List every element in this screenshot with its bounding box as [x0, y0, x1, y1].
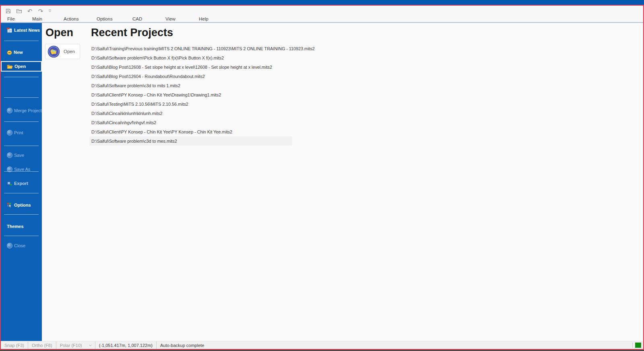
title-bar: [0, 0, 644, 5]
recent-project-item[interactable]: D:\Saiful\Client\PY Konsep - Chin Kit Ye…: [89, 127, 292, 136]
recent-project-item[interactable]: D:\Saiful\Cincai\klnlunh\klnlunh.mits2: [89, 109, 292, 118]
sidebar-separator: [4, 193, 39, 193]
sidebar-separator: [4, 236, 39, 236]
sidebar-item-label: Merge Project: [14, 108, 41, 113]
sidebar-item-themes[interactable]: Themes: [1, 222, 42, 231]
sidebar-item-options[interactable]: Options: [1, 200, 42, 210]
recent-project-item[interactable]: D:\Saiful\Testing\MiTS 2.10.56\MiTS 2.10…: [89, 99, 292, 109]
recent-project-item[interactable]: D:\Saiful\Blog Post\12608 - Set slope he…: [89, 62, 292, 72]
sidebar-item-print: Print: [1, 128, 42, 138]
menu-help[interactable]: Help: [199, 16, 208, 22]
sidebar-item-save-as: Save As: [1, 164, 42, 174]
polar-dropdown[interactable]: [86, 341, 95, 349]
backstage-sidebar: Latest News New: [1, 23, 42, 341]
coordinates-readout: (-1,051.417m, 1,007.122m): [95, 341, 157, 349]
sidebar-item-label: New: [14, 50, 23, 55]
sidebar-item-export[interactable]: Export: [1, 179, 42, 188]
recent-projects-list: D:\Saiful\Training\Previous training\MIT…: [89, 44, 292, 146]
open-folder-icon[interactable]: [15, 7, 23, 14]
save-icon: [7, 152, 12, 158]
new-document-icon: [7, 50, 12, 55]
snap-toggle[interactable]: Snap (F3): [1, 341, 28, 349]
redo-icon[interactable]: ↷: [37, 7, 44, 14]
polar-toggle[interactable]: Polar (F10): [56, 341, 86, 349]
merge-project-icon: [7, 108, 12, 113]
recent-project-item[interactable]: D:\Saiful\Software problem\c3d to mits 1…: [89, 81, 292, 90]
sidebar-item-save: Save: [1, 150, 42, 160]
menu-bar: File Main Actions Options CAD View Help: [1, 16, 643, 23]
print-icon: [7, 130, 12, 135]
sidebar-separator: [4, 41, 39, 41]
sidebar-item-merge-project: Merge Project: [1, 106, 42, 115]
sidebar-separator: [4, 97, 39, 98]
news-icon: [7, 28, 12, 33]
recent-projects-title: Recent Projects: [91, 27, 173, 39]
sidebar-item-label: Latest News: [14, 28, 40, 33]
quick-access-toolbar: ↶ ↷: [1, 6, 643, 16]
sidebar-separator: [4, 146, 39, 146]
sidebar-item-label: Close: [14, 243, 25, 248]
sidebar-separator: [4, 171, 39, 172]
backup-status-indicator: [635, 343, 641, 348]
close-icon: [7, 243, 12, 248]
sidebar-item-label: Export: [14, 181, 28, 186]
recent-project-item[interactable]: D:\Saiful\Blog Post\12604 - Roundabout\R…: [89, 72, 292, 81]
open-button[interactable]: Open: [45, 44, 80, 59]
menu-main[interactable]: Main: [32, 16, 42, 22]
menu-file[interactable]: File: [7, 16, 15, 22]
sidebar-separator: [4, 214, 39, 215]
ortho-toggle[interactable]: Ortho (F8): [28, 341, 56, 349]
sidebar-item-label: Print: [14, 130, 23, 135]
save-icon[interactable]: [4, 7, 12, 14]
sidebar-item-close: Close: [1, 241, 42, 250]
open-page: Open Open Recent Project: [42, 23, 643, 341]
menu-cad[interactable]: CAD: [132, 16, 142, 22]
customize-icon[interactable]: [48, 7, 52, 14]
app-window: ↶ ↷ File Main Actions Options CAD View H…: [0, 0, 644, 351]
recent-project-item[interactable]: D:\Saiful\Cincai\nhgvf\nhgvf.mits2: [89, 118, 292, 127]
sidebar-item-latest-news[interactable]: Latest News: [1, 25, 42, 35]
sidebar-item-label: Themes: [7, 224, 24, 229]
page-title: Open: [45, 27, 73, 39]
sidebar-separator: [4, 121, 39, 122]
undo-icon[interactable]: ↶: [26, 7, 33, 14]
status-bar: Snap (F3) Ortho (F8) Polar (F10) (-1,051…: [1, 341, 643, 349]
open-orb-icon: [47, 45, 60, 58]
backstage-content: Latest News New: [1, 23, 643, 341]
sidebar-separator: [4, 77, 39, 77]
sidebar-item-open[interactable]: Open: [1, 61, 42, 72]
window-frame: ↶ ↷ File Main Actions Options CAD View H…: [0, 5, 644, 350]
recent-project-item[interactable]: D:\Saiful\Training\Previous training\MIT…: [89, 44, 292, 53]
export-icon: [7, 181, 12, 186]
options-icon: [7, 203, 12, 208]
status-end-separator: [632, 343, 633, 348]
menu-actions[interactable]: Actions: [64, 16, 79, 22]
sidebar-item-label: Save: [14, 153, 24, 158]
sidebar-item-label: Options: [14, 203, 31, 207]
open-button-label: Open: [64, 49, 75, 54]
recent-project-item[interactable]: D:\Saiful\Software problem\Pick Button X…: [89, 53, 292, 62]
sidebar-item-new[interactable]: New: [1, 47, 42, 57]
sidebar-item-label: Open: [14, 64, 26, 69]
menu-view[interactable]: View: [165, 16, 175, 22]
open-folder-icon: [7, 64, 13, 69]
menu-options[interactable]: Options: [97, 16, 113, 22]
recent-project-item[interactable]: D:\Saiful\Client\PY Konsep - Chin Kit Ye…: [89, 90, 292, 99]
recent-project-item-hovered[interactable]: D:\Saiful\Software problem\c3d to mes.mi…: [89, 136, 292, 146]
status-spacer: [208, 341, 632, 349]
status-message: Auto-backup complete: [157, 341, 208, 349]
